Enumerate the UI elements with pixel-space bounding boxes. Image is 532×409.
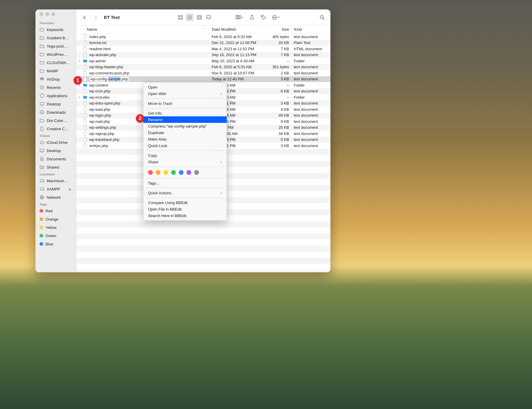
context-menu-item[interactable]: Get Info bbox=[143, 110, 227, 116]
file-date: Dec 31, 2022 at 11:06 PM bbox=[209, 40, 264, 45]
file-name: wp-login.php bbox=[89, 113, 111, 118]
file-row[interactable]: wp-activate.phpSep 16, 2022 at 11:13 PM7… bbox=[76, 52, 330, 58]
file-kind: text document bbox=[291, 119, 330, 124]
tag-color-swatch[interactable] bbox=[163, 170, 168, 175]
file-kind: text document bbox=[291, 65, 330, 69]
context-menu-item[interactable]: Open File in BBEdit bbox=[143, 206, 227, 212]
sidebar-item[interactable]: Downloads bbox=[35, 108, 76, 116]
column-header-size[interactable]: Size bbox=[264, 27, 291, 32]
context-menu-item[interactable]: Tags… bbox=[143, 180, 227, 186]
sidebar-item[interactable]: WordPres… bbox=[35, 50, 76, 58]
sidebar-item[interactable]: CLOUDWA… bbox=[35, 58, 76, 67]
column-view-button[interactable] bbox=[195, 13, 203, 22]
sidebar-item[interactable]: Creative C… bbox=[35, 125, 76, 133]
context-menu-item[interactable]: Compress “wp-config-sample.php” bbox=[143, 123, 227, 129]
sidebar-item[interactable]: AirDrop bbox=[35, 75, 76, 83]
tag-color-swatch[interactable] bbox=[171, 170, 176, 175]
context-menu-item[interactable]: Duplicate bbox=[143, 129, 227, 136]
file-row[interactable]: wp-config-sample.phpToday at 12:40 PM3 K… bbox=[76, 76, 330, 82]
sidebar-item-label: Orange bbox=[46, 217, 58, 221]
tags-button[interactable] bbox=[259, 13, 267, 22]
sidebar-item[interactable]: Yellow bbox=[35, 223, 76, 232]
file-name: wp-load.php bbox=[89, 107, 110, 112]
sidebar-item[interactable]: XAMPP⏏︎ bbox=[35, 185, 76, 193]
context-menu-item[interactable]: Quick Look bbox=[143, 142, 227, 149]
tag-color-swatch[interactable] bbox=[186, 170, 191, 175]
file-kind: text document bbox=[291, 53, 330, 57]
context-menu-label: Share bbox=[148, 160, 158, 164]
tag-color-swatch[interactable] bbox=[148, 170, 153, 175]
close-button[interactable] bbox=[40, 12, 43, 16]
gallery-view-button[interactable] bbox=[205, 13, 213, 22]
column-header-date[interactable]: Date Modified bbox=[209, 27, 264, 32]
context-menu-item[interactable]: Open bbox=[143, 84, 227, 90]
minimize-button[interactable] bbox=[46, 12, 49, 16]
tag-color-swatch[interactable] bbox=[156, 170, 160, 175]
sidebar-item[interactable]: Blue bbox=[35, 240, 76, 248]
disclosure-triangle-icon[interactable]: ▸ bbox=[78, 96, 81, 99]
file-row[interactable]: readme.htmlMar 4, 2023 at 11:52 PM7 KBHT… bbox=[76, 46, 330, 52]
context-menu-item[interactable]: Move to Trash bbox=[143, 100, 227, 107]
context-menu-item[interactable]: Share› bbox=[143, 159, 227, 165]
sidebar-item[interactable]: Green bbox=[35, 232, 76, 240]
sidebar-item-label: Blue bbox=[46, 242, 53, 246]
file-size: -- bbox=[264, 95, 291, 100]
view-switcher bbox=[176, 13, 213, 22]
file-kind: text document bbox=[291, 107, 330, 112]
file-row[interactable]: index.phpFeb 6, 2020 at 5:33 AM405 bytes… bbox=[76, 34, 330, 40]
share-button[interactable] bbox=[248, 13, 256, 22]
nav-forward-button[interactable] bbox=[92, 13, 100, 22]
svg-point-42 bbox=[273, 17, 274, 18]
sidebar-item[interactable]: Recents bbox=[35, 83, 76, 92]
sidebar-item[interactable]: Desktop bbox=[35, 146, 76, 155]
file-row[interactable]: wp-blog-header.phpFeb 6, 2020 at 5:33 AM… bbox=[76, 64, 330, 70]
sidebar-item[interactable]: Red bbox=[35, 207, 76, 215]
column-header-name[interactable]: Name ⌃ bbox=[76, 27, 209, 32]
tag-color-swatch[interactable] bbox=[194, 170, 199, 175]
sidebar-item[interactable]: Macintosh… bbox=[35, 177, 76, 185]
sidebar-item[interactable]: MAMP bbox=[35, 67, 76, 75]
eject-icon[interactable]: ⏏︎ bbox=[68, 187, 71, 191]
submenu-arrow-icon: › bbox=[221, 160, 222, 164]
context-menu-item[interactable]: Copy bbox=[143, 152, 227, 159]
context-menu-item[interactable]: Search Here in BBEdit bbox=[143, 212, 227, 219]
sidebar-item[interactable]: Yoga post… bbox=[35, 42, 76, 50]
file-row[interactable]: wp-comments-post.phpNov 9, 2021 at 10:07… bbox=[76, 70, 330, 76]
tag-color-swatch[interactable] bbox=[179, 170, 184, 175]
column-header-kind[interactable]: Kind bbox=[291, 27, 330, 32]
file-size: 3 KB bbox=[264, 144, 291, 148]
context-menu-item[interactable]: Rename bbox=[143, 116, 227, 123]
svg-rect-27 bbox=[197, 16, 201, 19]
file-row[interactable]: license.txtDec 31, 2022 at 11:06 PM20 KB… bbox=[76, 40, 330, 46]
icon-view-button[interactable] bbox=[176, 13, 184, 22]
sidebar-item[interactable]: Orange bbox=[35, 215, 76, 223]
nav-back-button[interactable] bbox=[80, 13, 89, 22]
sidebar-item[interactable]: Desktop bbox=[35, 100, 76, 108]
sidebar-item[interactable]: Documents bbox=[35, 155, 76, 163]
zoom-button[interactable] bbox=[51, 12, 55, 16]
context-menu-label: Open With bbox=[148, 92, 166, 96]
file-name: index.php bbox=[89, 35, 106, 39]
file-row[interactable]: ▸wp-adminMay 20, 2023 at 4:30 AM--Folder bbox=[76, 58, 330, 64]
list-view-button[interactable] bbox=[186, 13, 194, 22]
rename-input[interactable]: wp-config-sample.php bbox=[89, 76, 129, 82]
sidebar-item[interactable]: Divi Color… bbox=[35, 116, 76, 125]
sidebar-item[interactable]: Network bbox=[35, 193, 76, 201]
context-menu-item[interactable]: Make Alias bbox=[143, 136, 227, 142]
disclosure-triangle-icon[interactable]: ▸ bbox=[78, 59, 81, 62]
context-menu-item[interactable]: Quick Actions› bbox=[143, 190, 227, 196]
action-menu-button[interactable] bbox=[270, 13, 282, 22]
sort-indicator-icon: ⌃ bbox=[203, 28, 206, 31]
search-button[interactable] bbox=[318, 13, 326, 22]
file-kind: Folder bbox=[291, 83, 330, 87]
sidebar-item[interactable]: Shared bbox=[35, 163, 76, 171]
sidebar-item[interactable]: iCloud Drive bbox=[35, 138, 76, 146]
sidebar-item[interactable]: Keywords bbox=[35, 25, 76, 34]
svg-point-24 bbox=[188, 16, 188, 16]
context-menu-item[interactable]: Open With› bbox=[143, 90, 227, 97]
sidebar-item[interactable]: Applications bbox=[35, 92, 76, 100]
group-by-button[interactable] bbox=[234, 13, 245, 22]
sidebar: FavoritesKeywordsGradient B…Yoga post…Wo… bbox=[35, 9, 76, 272]
sidebar-item[interactable]: Gradient B… bbox=[35, 34, 76, 42]
context-menu-item[interactable]: Compare Using BBEdit bbox=[143, 199, 227, 206]
